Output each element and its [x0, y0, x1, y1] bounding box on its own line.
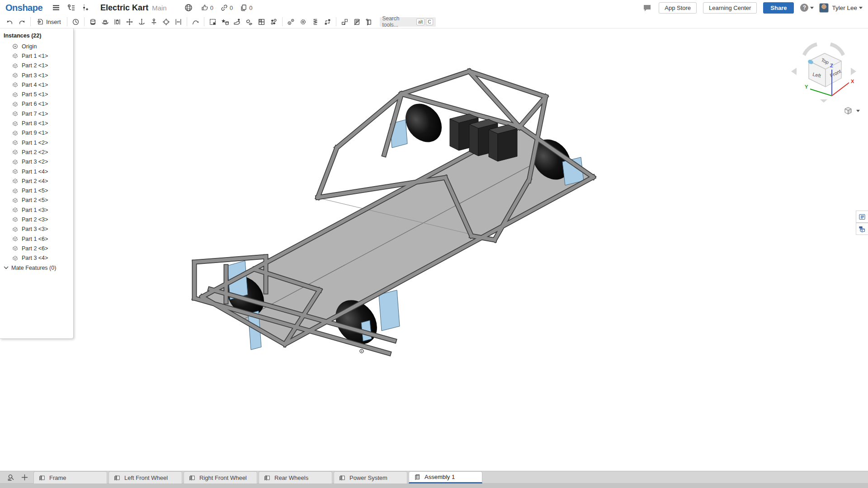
- instance-item[interactable]: Part 6 <1>: [0, 99, 73, 109]
- parallel-mate-icon[interactable]: [172, 16, 184, 28]
- instance-label: Part 6 <1>: [22, 101, 48, 107]
- linear-pattern-icon[interactable]: [321, 16, 334, 28]
- help-menu[interactable]: ?: [800, 4, 814, 12]
- instance-item[interactable]: Part 2 <6>: [0, 244, 73, 253]
- instance-item[interactable]: Part 1 <5>: [0, 186, 73, 195]
- redo-icon[interactable]: [16, 16, 28, 28]
- feature-list-toggle-button[interactable]: [856, 211, 868, 223]
- bill-of-materials-icon[interactable]: [351, 16, 363, 28]
- main-menu-icon[interactable]: [51, 2, 61, 13]
- instance-item[interactable]: Part 9 <1>: [0, 128, 73, 138]
- part-icon: [12, 101, 19, 108]
- instance-label: Part 9 <1>: [22, 130, 48, 136]
- ball-mate-icon[interactable]: [160, 16, 172, 28]
- instance-item[interactable]: Part 2 <1>: [0, 61, 73, 70]
- tangent-mate-icon[interactable]: [189, 16, 202, 28]
- workspace-name[interactable]: Main: [152, 4, 167, 12]
- history-icon[interactable]: [70, 16, 82, 28]
- undo-icon[interactable]: [4, 16, 16, 28]
- custom-feature-icon[interactable]: [219, 16, 231, 28]
- document-tab[interactable]: Right Front Wheel: [184, 471, 257, 483]
- instance-item[interactable]: Part 8 <1>: [0, 118, 73, 128]
- slider-mate-icon[interactable]: [111, 16, 123, 28]
- bom-table-toggle-button[interactable]: [856, 223, 868, 235]
- instance-item[interactable]: Part 3 <1>: [0, 70, 73, 80]
- mate-connector-icon[interactable]: [231, 16, 243, 28]
- instance-item[interactable]: Part 3 <3>: [0, 225, 73, 234]
- view-cube[interactable]: Top Left Front Z X Y: [788, 35, 860, 103]
- copies-stat[interactable]: 0: [240, 4, 252, 11]
- instance-item[interactable]: Part 1 <2>: [0, 138, 73, 147]
- spherical-mate-icon[interactable]: [268, 16, 280, 28]
- instance-item[interactable]: Part 2 <4>: [0, 176, 73, 186]
- chevron-down-icon: [4, 265, 9, 270]
- document-tab[interactable]: Frame: [33, 471, 107, 483]
- instance-item[interactable]: Part 2 <3>: [0, 215, 73, 224]
- instance-item[interactable]: Part 1 <4>: [0, 167, 73, 176]
- instance-item[interactable]: Part 3 <4>: [0, 253, 73, 263]
- share-button[interactable]: Share: [763, 2, 794, 14]
- instance-item[interactable]: Part 7 <1>: [0, 109, 73, 118]
- document-tab-bar: Frame Left Fron: [0, 471, 868, 488]
- explode-icon[interactable]: [339, 16, 351, 28]
- document-tab[interactable]: Rear Wheels: [259, 471, 332, 483]
- instances-panel[interactable]: Instances (22) Origin Part 1 <1> Part 2 …: [0, 28, 74, 339]
- instance-item[interactable]: Part 1 <1>: [0, 51, 73, 61]
- part-studio-icon: [189, 474, 196, 482]
- links-stat[interactable]: 0: [221, 4, 233, 11]
- add-tab-icon[interactable]: [19, 472, 30, 483]
- mate-features-label: Mate Features (0): [11, 265, 56, 271]
- document-tab[interactable]: Power System: [334, 471, 407, 483]
- revolute-mate-icon[interactable]: [99, 16, 111, 28]
- origin-item[interactable]: Origin: [0, 42, 73, 51]
- search-tools-input[interactable]: Search tools... alt C: [380, 17, 436, 27]
- mate-relation-icon[interactable]: [297, 16, 309, 28]
- gear-relation-icon[interactable]: [285, 16, 297, 28]
- part-icon: [12, 91, 19, 98]
- viewport-3d[interactable]: Top Left Front Z X Y: [0, 28, 868, 471]
- document-tab[interactable]: Left Front Wheel: [108, 471, 182, 483]
- likes-stat[interactable]: 0: [201, 4, 213, 11]
- user-menu-caret-icon[interactable]: [859, 7, 863, 9]
- y-axis-label: Y: [805, 84, 808, 89]
- planar-mate-icon[interactable]: [123, 16, 136, 28]
- cylindrical-mate-icon[interactable]: [136, 16, 148, 28]
- user-name[interactable]: Tyler Lee: [832, 5, 857, 11]
- mate-features-group[interactable]: Mate Features (0): [0, 263, 73, 273]
- tab-manager-icon[interactable]: [5, 472, 16, 483]
- part-icon: [12, 159, 19, 165]
- named-views-icon[interactable]: [363, 16, 375, 28]
- display-states-icon[interactable]: [255, 16, 268, 28]
- screw-relation-icon[interactable]: [309, 16, 321, 28]
- versions-tree-icon[interactable]: [66, 2, 77, 13]
- fastened-mate-icon[interactable]: [87, 16, 99, 28]
- instance-item[interactable]: Part 2 <2>: [0, 147, 73, 157]
- view-cube-menu-icon: [844, 106, 853, 115]
- edit-in-context-icon[interactable]: [207, 16, 219, 28]
- create-version-icon[interactable]: [80, 2, 90, 13]
- instance-item[interactable]: Part 4 <1>: [0, 80, 73, 89]
- instance-item[interactable]: Part 3 <2>: [0, 157, 73, 167]
- instance-item[interactable]: Part 1 <6>: [0, 234, 73, 244]
- part-icon: [12, 139, 19, 146]
- avatar[interactable]: [819, 3, 829, 13]
- part-icon: [12, 81, 19, 88]
- comment-icon[interactable]: [642, 2, 652, 13]
- instance-item[interactable]: Part 1 <3>: [0, 205, 73, 215]
- public-globe-icon[interactable]: [183, 2, 194, 13]
- part-studio-icon: [339, 474, 346, 482]
- learning-center-button[interactable]: Learning Center: [703, 2, 757, 14]
- insert-button[interactable]: Insert: [33, 16, 65, 27]
- pin-slot-mate-icon[interactable]: [148, 16, 160, 28]
- assembly-toolbar: Insert Search tools... alt: [0, 15, 868, 28]
- app-store-button[interactable]: App Store: [659, 2, 697, 14]
- group-icon[interactable]: [243, 16, 255, 28]
- onshape-logo[interactable]: Onshape: [5, 3, 42, 13]
- instance-item[interactable]: Part 5 <1>: [0, 89, 73, 99]
- view-options-menu[interactable]: [844, 106, 860, 115]
- document-title[interactable]: Electric Kart: [100, 3, 148, 13]
- part-icon: [12, 206, 19, 213]
- document-tab[interactable]: Assembly 1: [409, 471, 482, 483]
- part-icon: [12, 120, 19, 127]
- instance-item[interactable]: Part 2 <5>: [0, 196, 73, 205]
